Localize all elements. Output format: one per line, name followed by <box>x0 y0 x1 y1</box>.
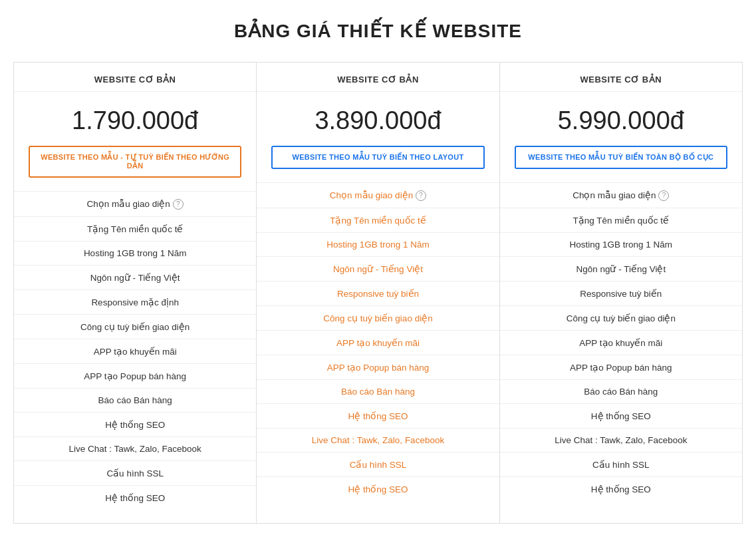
feature-item-1-2: Tặng Tên miền quốc tế <box>14 216 256 241</box>
feature-item-3-12: Cấu hình SSL <box>500 452 742 476</box>
feature-item-1-6: Công cụ tuỳ biến giao diện <box>14 314 256 339</box>
feature-list-2: Chọn mẫu giao diện?Tặng Tên miền quốc tế… <box>257 182 499 501</box>
feature-list-3: Chọn mẫu giao diện?Tặng Tên miền quốc tế… <box>500 182 742 501</box>
feature-item-1-1: Chọn mẫu giao diện? <box>14 191 256 216</box>
feature-item-2-2: Tặng Tên miền quốc tế <box>257 208 499 232</box>
feature-item-2-12: Cấu hình SSL <box>257 452 499 476</box>
feature-item-3-5: Responsive tuỳ biến <box>500 281 742 305</box>
feature-item-1-7: APP tạo khuyến mãi <box>14 339 256 363</box>
help-icon[interactable]: ? <box>173 199 184 210</box>
card-button-2[interactable]: WEBSITE THEO MẪU TUỲ BIẾN THEO LAYOUT <box>271 146 485 169</box>
page-title: BẢNG GIÁ THIẾT KẾ WEBSITE <box>13 20 743 42</box>
card-header-2: WEBSITE CƠ BẢN <box>257 63 499 92</box>
feature-item-2-8: APP tạo Popup bán hàng <box>257 355 499 379</box>
card-button-3[interactable]: WEBSITE THEO MẪU TUỲ BIẾN TOÀN BỘ BỐ CỤC <box>515 146 728 169</box>
feature-list-1: Chọn mẫu giao diện?Tặng Tên miền quốc tế… <box>14 191 256 510</box>
feature-item-2-6: Công cụ tuỳ biến giao diện <box>257 305 499 330</box>
feature-item-2-13: Hệ thống SEO <box>257 476 499 501</box>
card-price-3: 5.990.000đ <box>551 92 691 146</box>
feature-item-2-11: Live Chat : Tawk, Zalo, Facebook <box>257 428 499 452</box>
feature-item-3-8: APP tạo Popup bán hàng <box>500 355 742 379</box>
help-icon[interactable]: ? <box>416 190 426 201</box>
feature-item-3-13: Hệ thống SEO <box>500 476 742 501</box>
help-icon[interactable]: ? <box>658 190 669 201</box>
feature-item-1-10: Hệ thống SEO <box>14 412 256 437</box>
feature-item-3-3: Hosting 1GB trong 1 Năm <box>500 232 742 256</box>
feature-item-2-7: APP tạo khuyến mãi <box>257 330 499 355</box>
card-button-1[interactable]: WEBSITE THEO MẪU - TỰ TUỲ BIẾN THEO HƯỚN… <box>29 146 242 178</box>
card-price-1: 1.790.000đ <box>65 92 205 146</box>
feature-item-1-5: Responsive mặc định <box>14 289 256 314</box>
feature-item-1-8: APP tạo Popup bán hàng <box>14 363 256 388</box>
card-price-2: 3.890.000đ <box>308 92 447 146</box>
feature-item-3-11: Live Chat : Tawk, Zalo, Facebook <box>500 428 742 452</box>
feature-item-2-5: Responsive tuỳ biến <box>257 281 499 305</box>
feature-item-2-3: Hosting 1GB trong 1 Năm <box>257 232 499 256</box>
pricing-card-3: WEBSITE CƠ BẢN5.990.000đWEBSITE THEO MẪU… <box>500 62 743 524</box>
feature-item-2-9: Báo cáo Bán hàng <box>257 379 499 403</box>
feature-item-3-6: Công cụ tuỳ biến giao diện <box>500 305 742 330</box>
feature-item-2-1: Chọn mẫu giao diện? <box>257 182 499 208</box>
feature-item-1-3: Hosting 1GB trong 1 Năm <box>14 241 256 265</box>
feature-item-3-7: APP tạo khuyến mãi <box>500 330 742 355</box>
feature-item-1-13: Hệ thống SEO <box>14 485 256 510</box>
feature-item-3-9: Báo cáo Bán hàng <box>500 379 742 403</box>
pricing-card-1: WEBSITE CƠ BẢN1.790.000đWEBSITE THEO MẪU… <box>13 62 256 524</box>
feature-item-1-4: Ngôn ngữ - Tiếng Việt <box>14 265 256 289</box>
feature-item-2-4: Ngôn ngữ - Tiếng Việt <box>257 256 499 281</box>
feature-item-1-12: Cấu hình SSL <box>14 460 256 485</box>
feature-item-3-1: Chọn mẫu giao diện? <box>500 182 742 208</box>
card-header-3: WEBSITE CƠ BẢN <box>500 63 742 92</box>
card-header-1: WEBSITE CƠ BẢN <box>14 63 256 92</box>
pricing-table: WEBSITE CƠ BẢN1.790.000đWEBSITE THEO MẪU… <box>13 62 743 524</box>
feature-item-3-4: Ngôn ngữ - Tiếng Việt <box>500 256 742 281</box>
feature-item-3-2: Tặng Tên miền quốc tế <box>500 208 742 232</box>
feature-item-3-10: Hệ thống SEO <box>500 403 742 428</box>
pricing-card-2: WEBSITE CƠ BẢN3.890.000đWEBSITE THEO MẪU… <box>256 62 499 524</box>
feature-item-2-10: Hệ thống SEO <box>257 403 499 428</box>
feature-item-1-11: Live Chat : Tawk, Zalo, Facebook <box>14 437 256 460</box>
feature-item-1-9: Báo cáo Bán hàng <box>14 388 256 412</box>
